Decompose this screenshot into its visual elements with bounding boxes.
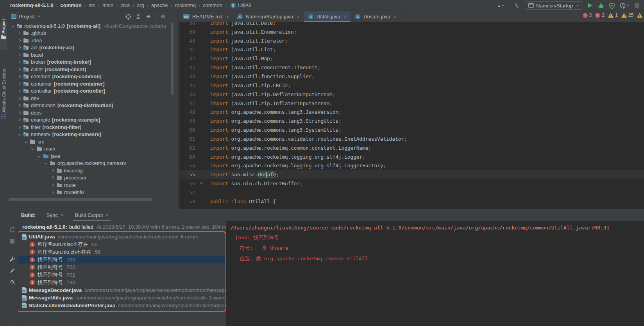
chevron-right-icon[interactable]: [18, 61, 21, 63]
profiler-button[interactable]: [620, 2, 629, 9]
breadcrumb-item[interactable]: org: [137, 2, 144, 8]
project-tree-row[interactable]: container[rocketmq-container]: [7, 80, 179, 88]
project-tree-row[interactable]: filter[rocketmq-filter]: [7, 124, 179, 131]
project-view-selector[interactable]: Project: [11, 14, 40, 20]
project-tree-row[interactable]: client[rocketmq-client]: [7, 66, 179, 73]
project-tree-row[interactable]: kvconfig: [7, 167, 179, 174]
editor-tab-namesrvstartup-java[interactable]: CNamesrvStartup.java×: [233, 11, 304, 22]
project-tree-row[interactable]: src: [7, 138, 179, 145]
project-tree-row[interactable]: org.apache.rocketmq.namesrv: [7, 160, 179, 167]
chevron-right-icon[interactable]: [18, 46, 21, 49]
locate-file-icon[interactable]: [125, 13, 131, 20]
code-line-56[interactable]: 56import sun.nio.ch.DirectBuffer;: [179, 179, 644, 188]
build-error-row[interactable]: !程序包sun.nio.ch不存在:56: [18, 248, 225, 256]
code-line-39[interactable]: 39import java.util.Enumeration;: [179, 27, 644, 36]
project-tree-row[interactable]: acl[rocketmq-acl]: [7, 44, 179, 52]
build-file-row[interactable]: StatisticsItemScheduledPrinter.javacommo…: [18, 302, 225, 310]
chevron-right-icon[interactable]: [18, 126, 21, 129]
code-line-48[interactable]: 48import org.apache.commons.lang3.JavaVe…: [179, 107, 644, 116]
fold-marker-icon[interactable]: [195, 182, 207, 185]
project-tree-row[interactable]: dev: [7, 95, 179, 102]
breadcrumb-item[interactable]: UtilAll: [238, 2, 251, 8]
code-line-50[interactable]: 50import org.apache.commons.lang3.System…: [179, 125, 644, 134]
editor-tab-utilall-java[interactable]: CUtilAll.java×: [304, 11, 351, 22]
editor-tab-readme-md[interactable]: MDREADME.md×: [179, 11, 233, 22]
run-configuration-select[interactable]: NamesrvStartup: [525, 1, 582, 10]
collapse-all-icon[interactable]: [145, 13, 152, 20]
project-tree-row[interactable]: routeinfo: [7, 189, 179, 196]
chevron-right-icon[interactable]: [18, 68, 21, 71]
breadcrumb-item[interactable]: main: [102, 2, 113, 8]
chevron-right-icon[interactable]: [51, 191, 54, 193]
project-tree-row[interactable]: common[rocketmq-common]: [7, 73, 179, 81]
tool-window-tab-project[interactable]: Project: [1, 19, 6, 34]
code-line-38[interactable]: 38import java.util.Date;: [179, 22, 644, 27]
breadcrumb[interactable]: rocketmq-all-5.1.0›common›src›main›java›…: [0, 2, 251, 8]
build-hammer-icon[interactable]: [514, 2, 520, 9]
error-file-link[interactable]: /Users/zhangni/liushiGong/source code/ro…: [230, 225, 588, 231]
build-error-row[interactable]: !找不到符号:700: [18, 256, 225, 264]
chevron-right-icon[interactable]: [51, 176, 54, 179]
code-line-54[interactable]: 54import org.apache.rocketmq.logging.org…: [179, 161, 644, 170]
error-count-badge[interactable]: !2: [595, 13, 605, 18]
debug-button[interactable]: [598, 2, 604, 9]
project-tree-row[interactable]: example[rocketmq-example]: [7, 116, 179, 124]
code-line-40[interactable]: 40import java.util.Iterator;: [179, 36, 644, 45]
breadcrumb-item[interactable]: common: [203, 2, 222, 8]
project-tree-row[interactable]: distribution[rocketmq-distribution]: [7, 102, 179, 109]
code-line-57[interactable]: 57: [179, 188, 644, 197]
project-tree-row[interactable]: namesrv[rocketmq-namesrv]: [7, 131, 179, 138]
code-line-53[interactable]: 53import org.apache.rocketmq.logging.org…: [179, 152, 644, 161]
breadcrumb-item[interactable]: rocketmq-all-5.1.0: [10, 2, 54, 8]
project-tree-row[interactable]: route: [7, 181, 179, 189]
breadcrumb-item[interactable]: rocketmq: [175, 2, 196, 8]
project-tree-row[interactable]: broker[rocketmq-broker]: [7, 59, 179, 66]
code-line-43[interactable]: 43import java.util.concurrent.TimeUnit;: [179, 63, 644, 72]
build-file-row[interactable]: MessageUtils.javacommon/src/main/java/or…: [18, 294, 225, 302]
project-tree-row[interactable]: docs: [7, 109, 179, 116]
code-editor[interactable]: 38import java.util.Date;39import java.ut…: [179, 22, 644, 209]
code-line-47[interactable]: 47import java.util.zip.InflaterInputStre…: [179, 99, 644, 108]
project-tree-row[interactable]: controller[rocketmq-controller]: [7, 88, 179, 95]
chevron-right-icon[interactable]: [51, 169, 54, 172]
warning-count-badge[interactable]: [637, 13, 642, 18]
build-file-row[interactable]: UtilAll.javacommon/src/main/java/org/apa…: [18, 233, 225, 241]
warning-count-badge[interactable]: 25: [621, 13, 633, 18]
chevron-right-icon[interactable]: [18, 104, 21, 107]
chevron-right-icon[interactable]: [18, 97, 21, 100]
code-line-51[interactable]: 51import org.apache.commons.validator.ro…: [179, 134, 644, 143]
chevron-right-icon[interactable]: [18, 82, 21, 85]
chevron-right-icon[interactable]: [18, 75, 21, 78]
build-summary-row[interactable]: rocketmq-all-5.1.0: build failed At 2023…: [18, 222, 226, 231]
build-error-row[interactable]: !找不到符号:740: [18, 279, 225, 287]
close-icon[interactable]: ×: [106, 212, 108, 218]
rerun-build-icon[interactable]: [9, 226, 16, 233]
warning-count-badge[interactable]: 1: [608, 13, 618, 18]
hide-tool-window-icon[interactable]: —: [170, 13, 176, 20]
code-line-58[interactable]: 58public class UtilAll {: [179, 197, 644, 206]
build-error-row[interactable]: !找不到符号:702: [18, 263, 225, 271]
chevron-down-icon[interactable]: [25, 140, 27, 143]
breadcrumb-item[interactable]: common: [61, 2, 82, 8]
project-tree-horizontal-scrollbar[interactable]: [9, 198, 152, 201]
close-icon[interactable]: ×: [226, 14, 229, 20]
chevron-down-icon[interactable]: [11, 25, 14, 27]
user-account-icon[interactable]: [498, 2, 504, 9]
project-tree-row[interactable]: bazel: [7, 51, 179, 59]
build-error-row[interactable]: !找不到符号:702: [18, 271, 225, 279]
project-tree-row[interactable]: .github: [7, 30, 179, 37]
close-icon[interactable]: ×: [394, 14, 397, 20]
project-tree-vertical-scrollbar[interactable]: [171, 22, 174, 95]
chevron-right-icon[interactable]: [18, 54, 21, 56]
code-line-44[interactable]: 44import java.util.function.Supplier;: [179, 72, 644, 81]
code-line-52[interactable]: 52import org.apache.rocketmq.common.cons…: [179, 143, 644, 152]
inspections-widget[interactable]: !3!2125: [583, 13, 642, 18]
preview-eye-icon[interactable]: [9, 279, 16, 285]
close-icon[interactable]: ×: [61, 212, 63, 218]
build-error-row[interactable]: !程序包sun.misc不存在:55: [18, 241, 225, 249]
project-tree-row[interactable]: .idea: [7, 37, 179, 44]
wrench-settings-icon[interactable]: [9, 256, 16, 262]
build-tab-build-output[interactable]: Build Output×: [74, 209, 109, 221]
stop-button[interactable]: [634, 2, 640, 9]
code-line-45[interactable]: 45import java.util.zip.CRC32;: [179, 81, 644, 90]
